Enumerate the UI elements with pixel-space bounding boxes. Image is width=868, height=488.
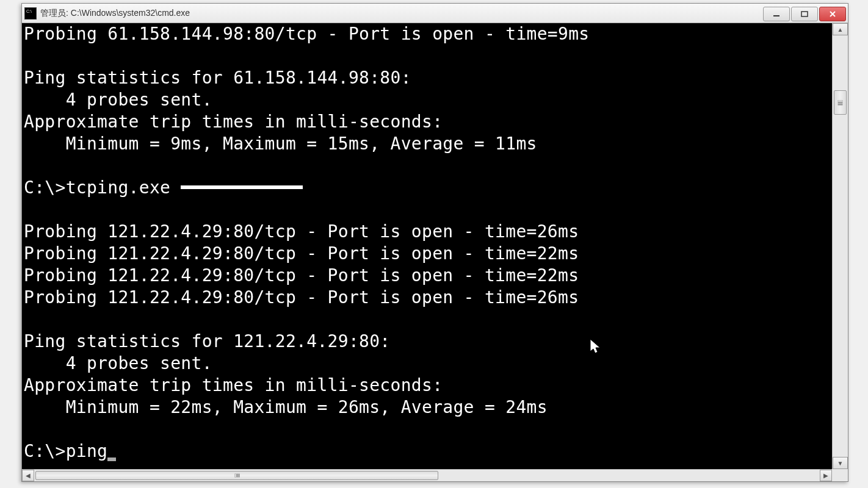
scroll-down-button[interactable]: ▼ xyxy=(833,457,848,469)
close-button[interactable] xyxy=(819,7,846,21)
output-line: Probing 121.22.4.29:80/tcp - Port is ope… xyxy=(24,221,579,242)
minimize-button[interactable] xyxy=(763,7,790,21)
output-line: 4 probes sent. xyxy=(24,90,212,110)
output-line: Minimum = 9ms, Maximum = 15ms, Average =… xyxy=(24,134,537,154)
scroll-up-button[interactable]: ▲ xyxy=(833,23,848,35)
horizontal-scroll-thumb[interactable] xyxy=(35,471,438,480)
maximize-button[interactable] xyxy=(791,7,818,21)
svg-rect-0 xyxy=(773,15,779,16)
redacted-hostname xyxy=(181,185,303,189)
output-line: Probing 61.158.144.98:80/tcp - Port is o… xyxy=(24,24,590,44)
scroll-left-button[interactable]: ◀ xyxy=(22,470,34,481)
output-line: Minimum = 22ms, Maximum = 26ms, Average … xyxy=(24,397,548,417)
terminal-area: Probing 61.158.144.98:80/tcp - Port is o… xyxy=(22,23,848,481)
terminal-output[interactable]: Probing 61.158.144.98:80/tcp - Port is o… xyxy=(24,23,831,469)
command-line: C:\>tcping.exe xyxy=(24,178,181,198)
window-controls xyxy=(763,7,846,21)
output-line: 4 probes sent. xyxy=(24,353,212,373)
vertical-scroll-thumb[interactable] xyxy=(834,90,847,115)
output-line: Approximate trip times in milli-seconds: xyxy=(24,112,443,132)
output-line: Probing 121.22.4.29:80/tcp - Port is ope… xyxy=(24,243,579,264)
scroll-right-button[interactable]: ▶ xyxy=(820,470,832,481)
output-line: Approximate trip times in milli-seconds: xyxy=(24,375,443,395)
vertical-scrollbar[interactable]: ▲ ▼ xyxy=(832,23,848,469)
output-line: Probing 121.22.4.29:80/tcp - Port is ope… xyxy=(24,265,579,285)
scroll-corner xyxy=(832,469,848,481)
horizontal-scrollbar[interactable]: ◀ ▶ xyxy=(22,469,832,481)
cmd-window: 管理员: C:\Windows\system32\cmd.exe Probing… xyxy=(21,3,848,482)
titlebar[interactable]: 管理员: C:\Windows\system32\cmd.exe xyxy=(22,4,848,23)
text-cursor xyxy=(107,458,116,461)
svg-rect-1 xyxy=(801,12,808,16)
output-line: Probing 121.22.4.29:80/tcp - Port is ope… xyxy=(24,287,579,307)
output-line: Ping statistics for 61.158.144.98:80: xyxy=(24,68,411,88)
prompt-line: C:\>ping xyxy=(24,441,107,461)
cmd-icon xyxy=(24,7,37,20)
output-line: Ping statistics for 121.22.4.29:80: xyxy=(24,331,391,351)
window-title: 管理员: C:\Windows\system32\cmd.exe xyxy=(40,8,190,19)
